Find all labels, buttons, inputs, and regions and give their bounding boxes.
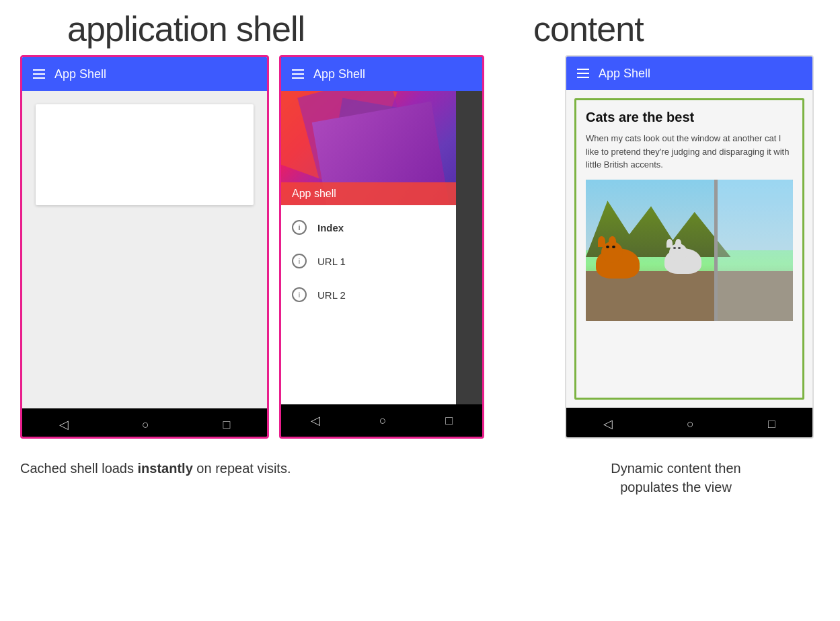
- hamburger-icon-2[interactable]: [292, 69, 304, 79]
- phone3-body: Cats are the best When my cats look out …: [566, 90, 812, 408]
- info-icon-index: i: [292, 220, 307, 235]
- phone1-navbar: ◁ ○ □: [22, 408, 267, 439]
- recent-icon[interactable]: □: [223, 418, 230, 432]
- back-icon[interactable]: ◁: [59, 417, 69, 432]
- content-heading: content: [533, 10, 644, 48]
- phone2-navbar: ◁ ○ □: [281, 404, 482, 437]
- drawer-app-shell-label: App shell: [281, 182, 456, 205]
- recent-icon-3[interactable]: □: [768, 417, 775, 431]
- content-box: Cats are the best When my cats look out …: [574, 98, 804, 400]
- drawer-item-url1[interactable]: i URL 1: [281, 244, 456, 278]
- content-placeholder-card: [36, 104, 254, 205]
- hamburger-icon[interactable]: [33, 69, 45, 79]
- caption-left: Cached shell loads instantly on repeat v…: [20, 459, 478, 478]
- article-body: When my cats look out the window at anot…: [586, 132, 793, 172]
- drawer-item-url2[interactable]: i URL 2: [281, 278, 456, 312]
- home-icon-2[interactable]: ○: [379, 414, 387, 428]
- drawer-label-url1: URL 1: [317, 256, 346, 267]
- article-title: Cats are the best: [586, 110, 793, 125]
- phone2-app-bar: App Shell: [281, 57, 482, 91]
- info-icon-url1: i: [292, 254, 307, 268]
- back-icon-3[interactable]: ◁: [603, 416, 613, 431]
- home-icon[interactable]: ○: [142, 418, 149, 432]
- drawer-item-index[interactable]: i Index: [281, 211, 456, 244]
- drawer-label-url2: URL 2: [317, 289, 346, 301]
- drawer-hero: App shell: [281, 91, 456, 205]
- phone-3: App Shell Cats are the best When my cats…: [565, 55, 814, 439]
- cat-photo: [586, 180, 793, 321]
- caption-right: Dynamic content then populates the view: [551, 459, 800, 497]
- drawer-scrim[interactable]: [456, 91, 482, 404]
- recent-icon-2[interactable]: □: [445, 414, 453, 428]
- phone-1: App Shell ◁ ○ □: [20, 55, 269, 439]
- phone1-body: [22, 91, 267, 408]
- drawer-items: i Index i URL 1 i URL 2: [281, 205, 456, 317]
- phone3-app-bar: App Shell: [566, 57, 812, 90]
- home-icon-3[interactable]: ○: [687, 417, 694, 431]
- nav-drawer: App shell i Index i URL 1 i: [281, 91, 456, 404]
- phone3-navbar: ◁ ○ □: [566, 408, 812, 439]
- phone1-title: App Shell: [54, 67, 106, 81]
- hamburger-icon-3[interactable]: [577, 69, 589, 78]
- phone3-title: App Shell: [599, 67, 650, 81]
- drawer-label-index: Index: [317, 222, 344, 233]
- phone-2: App Shell App shell: [279, 55, 484, 439]
- app-shell-heading: application shell: [67, 10, 305, 48]
- phone1-app-bar: App Shell: [22, 57, 267, 91]
- back-icon-2[interactable]: ◁: [311, 413, 320, 428]
- phone2-title: App Shell: [313, 67, 365, 81]
- info-icon-url2: i: [292, 287, 307, 302]
